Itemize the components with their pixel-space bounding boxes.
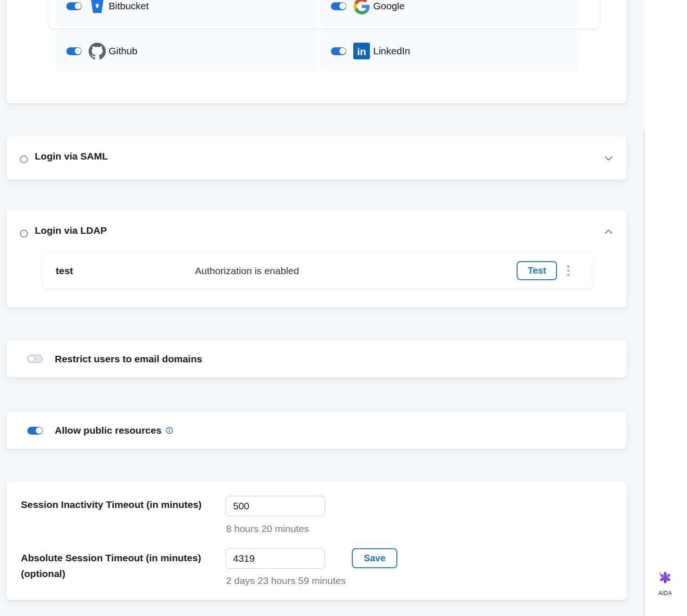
chevron-down-icon[interactable] [604, 155, 613, 163]
restrict-domains-toggle[interactable] [27, 355, 43, 363]
absolute-timeout-input[interactable] [226, 548, 325, 569]
google-icon [353, 0, 370, 14]
provider-tile-google: Google [320, 0, 579, 26]
provider-label: LinkedIn [373, 45, 410, 57]
linkedin-toggle[interactable] [331, 47, 346, 55]
kebab-menu-icon[interactable] [562, 253, 574, 289]
saml-radio[interactable] [20, 155, 28, 163]
github-toggle[interactable] [66, 47, 82, 55]
restrict-domains-card: Restrict users to email domains [6, 340, 627, 378]
provider-label: Github [109, 45, 137, 57]
provider-tile-github: Github [56, 31, 318, 71]
provider-tile-bitbucket: Bitbucket [56, 0, 318, 26]
aida-label: AIDA [658, 590, 672, 597]
svg-text:in: in [357, 46, 366, 58]
saml-section-label: Login via SAML [35, 151, 108, 162]
bitbucket-icon [88, 0, 106, 13]
absolute-timeout-helper: 2 days 23 hours 59 minutes [226, 575, 346, 586]
save-button[interactable]: Save [352, 548, 397, 568]
linkedin-icon: in [353, 43, 370, 59]
inactivity-timeout-input[interactable] [226, 496, 325, 516]
provider-label: Bitbucket [109, 0, 149, 12]
ldap-entry-row: test Authorization is enabled Test [42, 253, 593, 289]
aida-widget[interactable]: AIDA [652, 570, 678, 597]
public-resources-toggle[interactable] [27, 427, 43, 435]
ldap-entry-status: Authorization is enabled [195, 253, 299, 289]
test-button[interactable]: Test [517, 261, 557, 280]
aida-logo-icon [657, 570, 673, 587]
chevron-up-icon[interactable] [604, 229, 613, 237]
google-toggle[interactable] [331, 2, 346, 10]
ldap-radio[interactable] [20, 230, 28, 237]
public-resources-label: Allow public resources [55, 425, 162, 436]
ldap-section-label: Login via LDAP [35, 225, 107, 236]
provider-label: Google [373, 0, 405, 12]
saml-section-card: Login via SAML [6, 136, 627, 180]
provider-tile-linkedin: in LinkedIn [320, 31, 579, 71]
github-icon [88, 43, 106, 60]
info-icon[interactable] [166, 427, 173, 434]
ldap-section-card: Login via LDAP test Authorization is ena… [6, 210, 627, 308]
right-rail [644, 0, 687, 616]
absolute-timeout-label: Absolute Session Timeout (in minutes) (o… [21, 550, 201, 582]
public-resources-card: Allow public resources [6, 412, 627, 449]
restrict-domains-label: Restrict users to email domains [55, 353, 202, 365]
auth-settings-page: Bitbucket Google Github in [0, 0, 687, 616]
inactivity-timeout-helper: 8 hours 20 minutes [226, 523, 309, 534]
bitbucket-toggle[interactable] [66, 2, 82, 10]
ldap-entry-name: test [56, 253, 73, 289]
inactivity-timeout-label: Session Inactivity Timeout (in minutes) [21, 499, 201, 510]
panel-divider [643, 131, 644, 616]
